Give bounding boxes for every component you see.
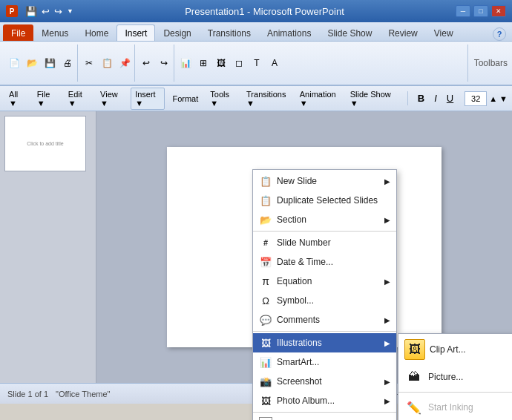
tab-insert[interactable]: Insert: [116, 24, 155, 41]
close-button[interactable]: ✕: [491, 5, 506, 17]
insert-menu-btn[interactable]: Insert ▼: [131, 88, 165, 110]
insert-btn[interactable]: 🖼: [213, 55, 229, 71]
minimize-button[interactable]: ─: [456, 5, 470, 17]
duplicate-icon: 📋: [259, 194, 272, 207]
font-size-input[interactable]: [465, 91, 487, 106]
tools-menu[interactable]: Tools ▼: [206, 88, 239, 110]
tab-home[interactable]: Home: [76, 24, 116, 41]
view-menu[interactable]: View ▼: [96, 88, 128, 110]
menu-illustrations-label: Illustrations: [277, 338, 322, 348]
redo-btn[interactable]: ↪: [156, 55, 172, 71]
menu-duplicate-label: Duplicate Selected Slides: [277, 195, 378, 206]
help-icon[interactable]: ?: [493, 27, 506, 41]
shapes-btn[interactable]: ◻: [231, 55, 247, 71]
equation-arrow: ▶: [384, 278, 390, 286]
italic-btn[interactable]: I: [430, 91, 441, 105]
menu-equation[interactable]: π Equation ▶: [253, 272, 396, 291]
textbox-btn[interactable]: T: [249, 55, 265, 71]
chart-btn[interactable]: 📊: [177, 55, 194, 71]
menu-date-time[interactable]: 📅 Date & Time...: [253, 252, 396, 272]
title-bar: P 💾 ↩ ↪ ▼ Presentation1 - Microsoft Powe…: [0, 0, 512, 22]
menu-slide-number[interactable]: # Slide Number: [253, 233, 396, 252]
redo-icon[interactable]: ↪: [54, 6, 62, 17]
new-slide-icon: 📋: [259, 174, 272, 188]
main-content: 1 Click to add title 📋 New Slide ▶ 📋 Dup…: [0, 111, 512, 383]
cut-btn[interactable]: ✂: [81, 55, 97, 71]
tab-slideshow[interactable]: Slide Show: [319, 24, 380, 41]
submenu-clipart-label: Clip Art...: [430, 344, 466, 355]
maximize-button[interactable]: □: [473, 5, 488, 17]
font-size-up[interactable]: ▲: [489, 94, 497, 103]
underline-btn[interactable]: U: [443, 91, 457, 105]
tab-animations[interactable]: Animations: [259, 24, 319, 41]
wordart-btn[interactable]: A: [266, 55, 283, 71]
menu-sep3: [253, 412, 396, 413]
copy-btn[interactable]: 📋: [99, 55, 115, 71]
undo-btn[interactable]: ↩: [138, 55, 154, 71]
font-size-down[interactable]: ▼: [499, 94, 508, 103]
clipart-icon: 🖼: [409, 343, 421, 356]
submenu-picture-label: Picture...: [428, 372, 463, 382]
menu-photo-album[interactable]: 🖼 Photo Album... ▶: [253, 391, 396, 410]
menu-section-label: Section: [277, 214, 306, 225]
bold-btn[interactable]: B: [414, 91, 428, 105]
slide-info: Slide 1 of 1: [7, 390, 48, 398]
menu-duplicate-slides[interactable]: 📋 Duplicate Selected Slides: [253, 191, 396, 210]
menu-symbol[interactable]: Ω Symbol...: [253, 291, 396, 310]
ribbon-toolbar: 📄 📂 💾 🖨 ✂ 📋 📌 ↩ ↪ 📊 ⊞ 🖼 ◻ T A Toolbars: [0, 42, 512, 86]
format-menu[interactable]: Format: [168, 92, 203, 105]
quick-dropdown-icon[interactable]: ▼: [67, 7, 73, 15]
new-btn[interactable]: 📄: [6, 55, 22, 71]
menu-comments-label: Comments: [277, 315, 320, 325]
toolbars-label: Toolbars: [474, 58, 508, 68]
menu-sep2: [253, 331, 396, 332]
slide-area: 📋 New Slide ▶ 📋 Duplicate Selected Slide…: [96, 111, 512, 383]
print-btn[interactable]: 🖨: [59, 55, 76, 71]
open-btn[interactable]: 📂: [24, 55, 40, 71]
toolbar-group-chart: 📊 ⊞ 🖼 ◻ T A: [176, 45, 284, 82]
menu-date-time-label: Date & Time...: [277, 257, 333, 267]
menu-smartart-label: SmartArt...: [277, 357, 319, 367]
file-menu[interactable]: File ▼: [33, 88, 61, 110]
tab-design[interactable]: Design: [155, 24, 199, 41]
paste-btn[interactable]: 📌: [116, 55, 133, 71]
table-btn[interactable]: ⊞: [195, 55, 211, 71]
equation-icon: π: [259, 275, 272, 288]
menu-photo-album-label: Photo Album...: [277, 396, 335, 406]
tab-file[interactable]: File: [3, 24, 33, 41]
slide-thumbnail[interactable]: Click to add title: [4, 116, 86, 171]
submenu-picture[interactable]: 🏔 Picture...: [398, 364, 512, 390]
menu-textbox[interactable]: T Text Box ▶: [253, 414, 396, 420]
window-title: Presentation1 - Microsoft PowerPoint: [185, 6, 344, 17]
undo-icon[interactable]: ↩: [42, 6, 50, 17]
submenu-clipart[interactable]: 🖼 Clip Art...: [398, 335, 512, 364]
menu-equation-label: Equation: [277, 276, 312, 286]
section-icon: 📂: [259, 213, 272, 226]
tab-review[interactable]: Review: [380, 24, 425, 41]
edit-menu[interactable]: Edit ▼: [64, 88, 93, 110]
menu-new-slide[interactable]: 📋 New Slide ▶: [253, 171, 396, 191]
date-time-icon: 📅: [259, 255, 272, 269]
menu-comments[interactable]: 💬 Comments ▶: [253, 310, 396, 329]
transitions-menu[interactable]: Transitions ▼: [242, 88, 292, 110]
menu-smartart[interactable]: 📊 SmartArt...: [253, 352, 396, 372]
tab-transitions[interactable]: Transitions: [200, 24, 259, 41]
menu-screenshot[interactable]: 📸 Screenshot ▶: [253, 372, 396, 391]
screenshot-arrow: ▶: [384, 378, 390, 386]
tab-menus[interactable]: Menus: [33, 24, 76, 41]
save-btn[interactable]: 💾: [42, 55, 58, 71]
tab-view[interactable]: View: [426, 24, 462, 41]
toolbar-group-undo: ↩ ↪: [137, 45, 174, 82]
all-menu[interactable]: All ▼: [4, 88, 30, 110]
menu-illustrations[interactable]: 🖼 Illustrations ▶ 🖼 Clip Art...: [253, 333, 396, 352]
menu-new-slide-label: New Slide: [277, 176, 317, 186]
slideshow-menu[interactable]: Slide Show ▼: [346, 88, 397, 110]
menu-symbol-label: Symbol...: [277, 295, 314, 306]
slide-number-icon: #: [259, 236, 272, 249]
menus-toolbar: All ▼ File ▼ Edit ▼ View ▼ Insert ▼ Form…: [0, 86, 512, 111]
menu-section[interactable]: 📂 Section ▶: [253, 210, 396, 229]
textbox-icon: T: [259, 417, 272, 420]
app-icon: P: [6, 5, 18, 17]
save-icon[interactable]: 💾: [25, 6, 37, 17]
animation-menu[interactable]: Animation ▼: [295, 88, 343, 110]
